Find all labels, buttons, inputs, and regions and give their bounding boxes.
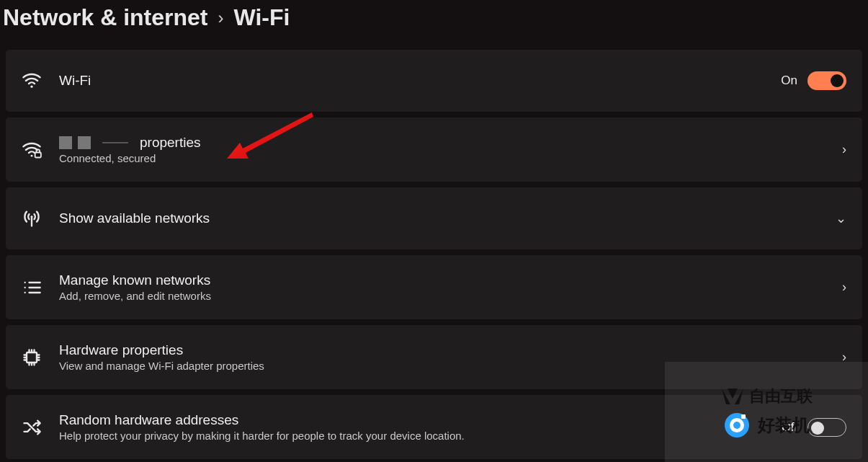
chevron-right-icon: › [842, 142, 846, 157]
random-mac-title: Random hardware addresses [59, 412, 465, 428]
wifi-settings-page: Network & internet › Wi-Fi Wi-Fi On [0, 0, 868, 462]
breadcrumb-parent[interactable]: Network & internet [3, 4, 207, 31]
svg-point-6 [24, 286, 26, 288]
svg-point-8 [24, 291, 26, 293]
antenna-icon [22, 208, 42, 228]
manage-networks-card[interactable]: Manage known networks Add, remove, and e… [6, 255, 862, 319]
watermark-line2: 好装机 [723, 412, 810, 439]
svg-point-29 [733, 422, 741, 429]
connected-network-card[interactable]: properties Connected, secured › [6, 117, 862, 182]
svg-point-3 [30, 216, 32, 218]
chip-icon [22, 347, 42, 368]
connected-properties-title: properties [140, 135, 201, 151]
manage-networks-title: Manage known networks [59, 272, 211, 288]
available-networks-card[interactable]: Show available networks ⌄ [6, 187, 862, 249]
connected-properties-sub: Connected, secured [59, 152, 201, 164]
wifi-toggle-card[interactable]: Wi-Fi On [6, 50, 862, 112]
wifi-toggle-state-label: On [781, 74, 797, 88]
chevron-down-icon: ⌄ [836, 210, 846, 226]
available-networks-title: Show available networks [59, 210, 210, 226]
watermark-text-2: 好装机 [758, 414, 810, 437]
svg-rect-10 [27, 352, 37, 363]
wifi-secured-icon [22, 140, 42, 160]
svg-rect-30 [741, 414, 746, 419]
svg-point-4 [24, 281, 26, 283]
wifi-toggle-title: Wi-Fi [59, 73, 91, 89]
svg-point-0 [30, 86, 32, 88]
manage-networks-sub: Add, remove, and edit networks [59, 290, 211, 302]
hardware-properties-title: Hardware properties [59, 342, 264, 358]
watermark-text-1: 自由互联 [749, 386, 813, 407]
chevron-right-icon: › [842, 280, 846, 295]
svg-marker-26 [728, 388, 738, 399]
watermark-overlay: 自由互联 好装机 [665, 362, 868, 462]
breadcrumb: Network & internet › Wi-Fi [0, 0, 868, 47]
wifi-icon [22, 71, 42, 91]
redacted-ssid-tail [102, 142, 128, 143]
breadcrumb-current: Wi-Fi [233, 4, 290, 31]
shuffle-icon [22, 417, 42, 437]
watermark-line1: 自由互联 [720, 386, 813, 407]
hardware-properties-sub: View and manage Wi-Fi adapter properties [59, 360, 264, 372]
redacted-ssid [59, 136, 91, 149]
toggle-knob [831, 74, 844, 87]
wifi-toggle-switch[interactable] [807, 71, 846, 90]
svg-rect-2 [35, 152, 41, 157]
chevron-right-icon: › [218, 8, 223, 28]
list-icon [22, 277, 42, 298]
svg-point-1 [31, 154, 33, 156]
random-mac-sub: Help protect your privacy by making it h… [59, 430, 465, 442]
